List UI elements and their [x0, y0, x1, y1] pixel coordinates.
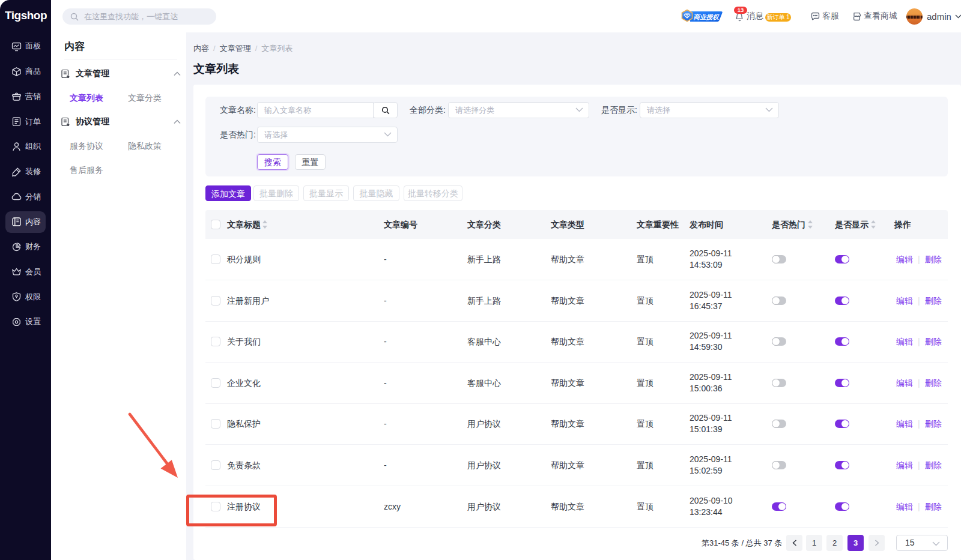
svg-text:Tigshop: Tigshop [5, 10, 47, 22]
svg-text:商业授权: 商业授权 [694, 13, 720, 20]
